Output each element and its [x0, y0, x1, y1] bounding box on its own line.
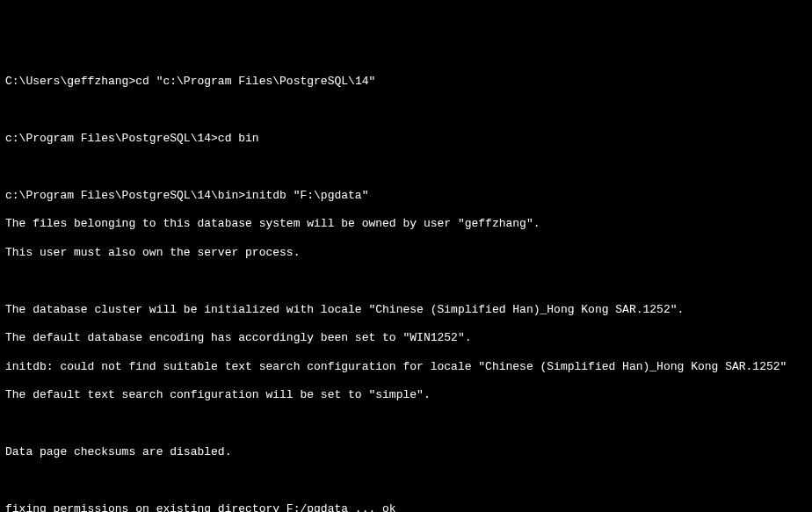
prompt: c:\Program Files\PostgreSQL\14\bin> — [5, 189, 245, 202]
output-line: The database cluster will be initialized… — [5, 303, 807, 317]
output-line — [5, 417, 807, 431]
output-line — [5, 104, 807, 118]
output-line: The default text search configuration wi… — [5, 388, 807, 402]
prompt: C:\Users\geffzhang> — [5, 75, 135, 88]
prompt: c:\Program Files\PostgreSQL\14> — [5, 132, 218, 145]
output-line — [5, 274, 807, 288]
command: initdb "F:\pgdata" — [245, 189, 368, 202]
output-line: initdb: could not find suitable text sea… — [5, 360, 807, 374]
prompt-line: c:\Program Files\PostgreSQL\14>cd bin — [5, 132, 807, 146]
terminal-window[interactable]: C:\Users\geffzhang>cd "c:\Program Files\… — [5, 61, 807, 512]
prompt-line: c:\Program Files\PostgreSQL\14\bin>initd… — [5, 189, 807, 203]
output-line — [5, 161, 807, 175]
output-line: This user must also own the server proce… — [5, 246, 807, 260]
command: cd bin — [218, 132, 259, 145]
output-line: Data page checksums are disabled. — [5, 445, 807, 459]
output-line: The files belonging to this database sys… — [5, 217, 807, 231]
prompt-line: C:\Users\geffzhang>cd "c:\Program Files\… — [5, 75, 807, 89]
output-line — [5, 473, 807, 487]
output-line: fixing permissions on existing directory… — [5, 502, 807, 513]
command: cd "c:\Program Files\PostgreSQL\14" — [135, 75, 375, 88]
output-line: The default database encoding has accord… — [5, 331, 807, 345]
